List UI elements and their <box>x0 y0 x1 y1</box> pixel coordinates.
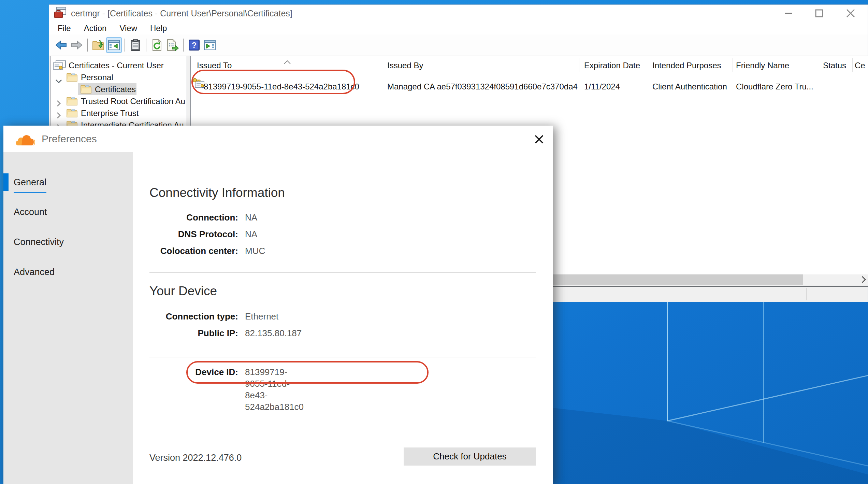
column-separator[interactable] <box>579 58 579 72</box>
help-icon[interactable]: ? <box>186 37 202 53</box>
column-separator[interactable] <box>733 58 733 72</box>
section-heading-your-device: Your Device <box>149 284 217 298</box>
certmgr-app-icon <box>54 6 67 20</box>
column-separator[interactable] <box>852 58 853 72</box>
toolbar-separator <box>125 39 125 52</box>
column-separator[interactable] <box>821 58 821 72</box>
tree-item-label: Certificates - Current User <box>69 59 164 71</box>
forward-icon[interactable] <box>69 37 85 53</box>
preferences-sidebar: General Account Connectivity Advanced <box>3 152 133 484</box>
window-title: certmgr - [Certificates - Current User\P… <box>71 9 292 18</box>
toolbar-separator <box>183 39 184 52</box>
menu-file[interactable]: File <box>51 24 77 33</box>
status-bar-separator <box>806 288 807 300</box>
column-separator[interactable] <box>385 58 385 72</box>
cell-friendly-name: Cloudflare Zero Tru... <box>736 81 813 92</box>
toolbar-separator <box>87 39 88 52</box>
section-divider <box>149 272 536 273</box>
sidebar-item-account[interactable]: Account <box>3 203 133 221</box>
tree-item-root[interactable]: Certificates - Current User <box>50 59 187 71</box>
svg-text:?: ? <box>192 41 197 50</box>
sidebar-item-connectivity[interactable]: Connectivity <box>3 233 133 251</box>
tree-item-label: Enterprise Trust <box>81 107 139 119</box>
sidebar-item-general[interactable]: General <box>3 173 133 191</box>
column-header-status[interactable]: Status <box>823 61 846 70</box>
status-bar-separator <box>716 288 716 300</box>
column-header-intended-purposes[interactable]: Intended Purposes <box>652 61 721 70</box>
maximize-button[interactable] <box>810 5 829 22</box>
tree-item-personal[interactable]: Personal <box>50 71 187 83</box>
tree-item-trusted-root[interactable]: Trusted Root Certification Au <box>50 95 187 107</box>
annotation-oval-certificate <box>191 70 355 94</box>
tree-item-enterprise-trust[interactable]: Enterprise Trust <box>50 107 187 119</box>
show-hide-console-tree-icon[interactable] <box>106 37 122 53</box>
selected-indicator-bar <box>3 173 9 191</box>
cell-expiration-date: 1/11/2024 <box>584 81 620 92</box>
toolbar: ? <box>49 34 868 56</box>
column-header-issued-to[interactable]: Issued To <box>197 61 232 70</box>
toolbar-separator <box>146 39 146 52</box>
cell-intended-purposes: Client Authentication <box>652 81 727 92</box>
annotation-oval-device-id <box>186 361 429 384</box>
tree-item-label: Trusted Root Certification Au <box>81 95 185 107</box>
title-bar[interactable]: certmgr - [Certificates - Current User\P… <box>49 5 868 22</box>
menu-bar: File Action View Help <box>49 22 868 34</box>
menu-action[interactable]: Action <box>77 24 113 33</box>
refresh-icon[interactable] <box>149 37 165 53</box>
show-hide-action-pane-icon[interactable] <box>202 37 218 53</box>
preferences-content: Connectivity Information Connection: NA … <box>133 152 553 484</box>
tree-item-label: Personal <box>81 71 113 83</box>
section-heading-connectivity: Connectivity Information <box>149 186 285 200</box>
column-header-friendly-name[interactable]: Friendly Name <box>736 61 789 70</box>
column-header-issued-by[interactable]: Issued By <box>387 61 423 70</box>
dialog-close-icon[interactable] <box>529 129 549 150</box>
column-header-expiration-date[interactable]: Expiration Date <box>584 61 640 70</box>
column-separator[interactable] <box>649 58 649 72</box>
check-for-updates-button[interactable]: Check for Updates <box>404 447 536 466</box>
preferences-dialog: Preferences General Account Connectivity… <box>3 126 553 484</box>
sidebar-item-advanced[interactable]: Advanced <box>3 263 133 281</box>
clipboard-icon[interactable] <box>128 37 143 53</box>
close-button[interactable] <box>841 5 860 22</box>
dialog-title: Preferences <box>42 133 97 145</box>
minimize-button[interactable] <box>779 5 798 22</box>
tree-item-certificates[interactable]: Certificates <box>50 83 187 95</box>
export-list-icon[interactable] <box>165 37 180 53</box>
column-header-certificate-template[interactable]: Ce <box>855 61 865 70</box>
scroll-right-icon[interactable] <box>861 275 866 285</box>
cell-issued-by: Managed CA ae57f03931324f08591d660e7c370… <box>387 81 578 92</box>
cloudflare-logo-icon <box>16 133 38 148</box>
menu-view[interactable]: View <box>113 24 144 33</box>
menu-help[interactable]: Help <box>144 24 173 33</box>
version-text: Version 2022.12.476.0 <box>149 453 242 463</box>
tree-item-label: Certificates <box>95 83 136 95</box>
up-one-level-icon[interactable] <box>90 37 106 53</box>
section-divider <box>149 357 536 357</box>
preferences-header: Preferences <box>3 126 553 152</box>
back-icon[interactable] <box>53 37 69 53</box>
sort-ascending-icon <box>283 57 291 67</box>
